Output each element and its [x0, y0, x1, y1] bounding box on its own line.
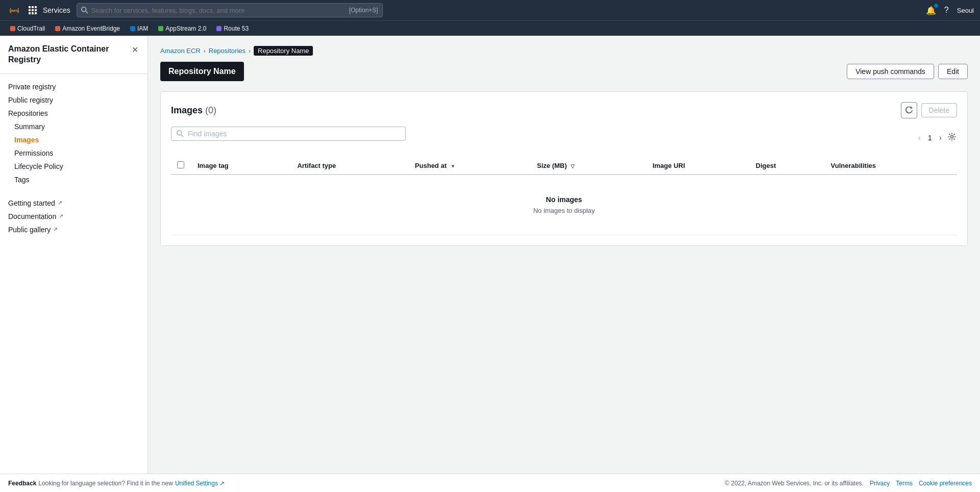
col-image-tag[interactable]: Image tag: [191, 157, 291, 175]
sidebar-item-documentation[interactable]: Documentation ↗: [0, 210, 148, 223]
app-layout: Amazon Elastic Container Registry ✕ Priv…: [0, 36, 980, 474]
refresh-icon: [905, 107, 913, 114]
prev-page-button[interactable]: ‹: [916, 132, 923, 143]
shortcut-iam-label: IAM: [137, 25, 148, 32]
help-icon[interactable]: ?: [944, 6, 949, 15]
region-selector[interactable]: Seoul: [957, 7, 974, 14]
breadcrumb-ecr[interactable]: Amazon ECR: [160, 47, 201, 55]
route53-dot: [216, 26, 222, 31]
panel-count: (0): [205, 105, 216, 115]
notification-badge: [934, 4, 938, 8]
aws-logo[interactable]: aws: [6, 2, 22, 18]
panel-actions: Delete: [901, 102, 957, 118]
svg-rect-9: [35, 12, 37, 14]
header-actions: View push commands Edit: [847, 64, 968, 79]
shortcut-route53[interactable]: Route 53: [212, 24, 253, 33]
table-settings-button[interactable]: [947, 132, 957, 144]
svg-line-11: [85, 11, 87, 13]
delete-button[interactable]: Delete: [921, 103, 957, 117]
shortcut-eventbridge[interactable]: Amazon EventBridge: [51, 24, 124, 33]
breadcrumb-current: Repository Name: [254, 46, 313, 56]
services-label[interactable]: Services: [43, 6, 70, 14]
search-icon: [177, 130, 184, 137]
external-link-icon-1: ↗: [58, 200, 62, 206]
table-empty-state: No images No images to display: [171, 175, 957, 235]
search-shortcut: [Option+S]: [349, 7, 378, 14]
sidebar-item-public-registry[interactable]: Public registry: [0, 93, 148, 107]
breadcrumb: Amazon ECR › Repositories › Repository N…: [160, 46, 968, 56]
shortcut-bar: CloudTrail Amazon EventBridge IAM AppStr…: [0, 20, 980, 36]
breadcrumb-sep-2: ›: [249, 47, 251, 55]
shortcut-cloudtrail[interactable]: CloudTrail: [6, 24, 49, 33]
sidebar-item-tags[interactable]: Tags: [0, 173, 148, 186]
sidebar-divider: [0, 73, 148, 74]
svg-rect-1: [29, 6, 31, 8]
sidebar-item-repositories[interactable]: Repositories: [0, 107, 148, 120]
shortcut-eventbridge-label: Amazon EventBridge: [62, 25, 120, 32]
svg-point-15: [951, 136, 953, 138]
svg-line-14: [181, 135, 183, 137]
svg-rect-2: [32, 6, 34, 8]
svg-rect-4: [29, 9, 31, 11]
sidebar-item-public-gallery[interactable]: Public gallery ↗: [0, 223, 148, 236]
images-table: Image tag Artifact type Pushed at ▼ Size…: [171, 157, 957, 235]
getting-started-label: Getting started: [8, 199, 55, 207]
edit-button[interactable]: Edit: [938, 64, 968, 79]
svg-text:aws: aws: [11, 8, 18, 13]
col-pushed-at[interactable]: Pushed at ▼: [409, 157, 531, 175]
iam-dot: [130, 26, 135, 31]
search-bar[interactable]: [171, 127, 406, 141]
shortcut-appstream[interactable]: AppStream 2.0: [154, 24, 210, 33]
sidebar-item-lifecycle-policy[interactable]: Lifecycle Policy: [0, 160, 148, 173]
pagination-controls: ‹ 1 ›: [916, 132, 957, 144]
sidebar-item-permissions[interactable]: Permissions: [0, 146, 148, 160]
documentation-label: Documentation: [8, 212, 56, 220]
table-header: Image tag Artifact type Pushed at ▼ Size…: [171, 157, 957, 175]
page-title: Repository Name: [160, 62, 244, 81]
view-push-commands-button[interactable]: View push commands: [847, 64, 934, 79]
shortcut-iam[interactable]: IAM: [126, 24, 152, 33]
breadcrumb-repositories[interactable]: Repositories: [209, 47, 246, 55]
svg-rect-8: [32, 12, 34, 14]
svg-point-13: [177, 131, 182, 135]
search-pagination-row: ‹ 1 ›: [171, 127, 957, 149]
nav-search-bar[interactable]: [Option+S]: [77, 3, 383, 17]
sidebar: Amazon Elastic Container Registry ✕ Priv…: [0, 36, 148, 474]
grid-icon[interactable]: [29, 6, 37, 14]
search-input[interactable]: [188, 130, 400, 138]
shortcut-appstream-label: AppStream 2.0: [165, 25, 206, 32]
refresh-button[interactable]: [901, 102, 917, 118]
col-size[interactable]: Size (MB) ▽: [531, 157, 646, 175]
shortcut-cloudtrail-label: CloudTrail: [17, 25, 45, 32]
cloudtrail-dot: [10, 26, 15, 31]
sidebar-item-private-registry[interactable]: Private registry: [0, 80, 148, 93]
col-image-uri: Image URI: [646, 157, 749, 175]
sidebar-item-summary[interactable]: Summary: [0, 120, 148, 133]
svg-rect-5: [32, 9, 34, 11]
next-page-button[interactable]: ›: [937, 132, 944, 143]
nav-search-input[interactable]: [91, 7, 346, 14]
appstream-dot: [158, 26, 163, 31]
select-all-checkbox[interactable]: [177, 161, 184, 168]
panel-title: Images (0): [171, 105, 216, 116]
select-all-col[interactable]: [171, 157, 191, 175]
table-body: No images No images to display: [171, 175, 957, 235]
notifications-icon[interactable]: 🔔: [926, 6, 936, 15]
size-sort-icon: ▽: [571, 163, 575, 169]
svg-rect-6: [35, 9, 37, 11]
svg-rect-3: [35, 6, 37, 8]
breadcrumb-sep-1: ›: [204, 47, 206, 55]
svg-point-10: [82, 7, 86, 12]
sidebar-header: Amazon Elastic Container Registry ✕: [0, 44, 148, 73]
sidebar-close-button[interactable]: ✕: [131, 44, 139, 56]
sidebar-item-getting-started[interactable]: Getting started ↗: [0, 196, 148, 210]
images-panel: Images (0) Delete: [160, 91, 968, 246]
top-nav: aws Services [Option+S] 🔔 ? Seoul: [0, 0, 980, 20]
eventbridge-dot: [55, 26, 60, 31]
page-number: 1: [926, 134, 934, 142]
public-gallery-label: Public gallery: [8, 226, 51, 234]
sidebar-item-images[interactable]: Images: [0, 133, 148, 146]
col-artifact-type[interactable]: Artifact type: [291, 157, 408, 175]
sidebar-gap: [0, 186, 148, 196]
empty-subtitle: No images to display: [191, 207, 937, 214]
